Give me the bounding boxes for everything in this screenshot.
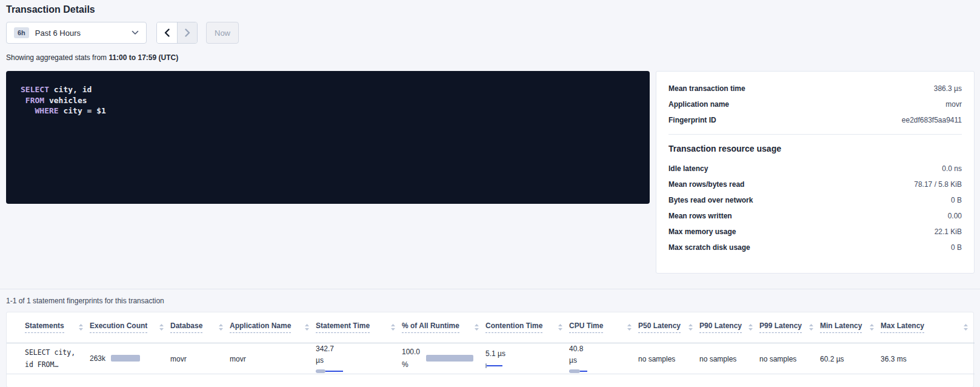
sort-icon[interactable] — [390, 323, 396, 331]
detail-label: Application name — [668, 100, 729, 109]
transaction-details-page: Transaction Details 6h Past 6 Hours — [0, 0, 980, 387]
column-header-statements[interactable]: Statements — [25, 321, 64, 333]
column-header-max-latency[interactable]: Max Latency — [881, 321, 924, 333]
statements-table-card: Statements Execution Count Database Appl… — [6, 312, 974, 387]
cpu-time-cell: 40.8 µs — [569, 343, 632, 374]
detail-value: movr — [945, 100, 962, 109]
detail-value: 386.3 µs — [934, 84, 962, 93]
sort-icon[interactable] — [748, 323, 753, 331]
detail-label: Mean transaction time — [668, 84, 745, 93]
column-header-database[interactable]: Database — [170, 321, 202, 333]
column-header-pct-of-all-runtime[interactable]: % of All Runtime — [402, 321, 459, 333]
detail-label: Bytes read over network — [668, 196, 753, 204]
now-button[interactable]: Now — [206, 22, 239, 44]
page-header: Transaction Details 6h Past 6 Hours — [0, 0, 980, 62]
sort-icon[interactable] — [474, 323, 479, 331]
next-time-button[interactable] — [177, 22, 197, 43]
detail-label: Mean rows/bytes read — [668, 180, 744, 189]
column-header-execution-count[interactable]: Execution Count — [90, 321, 147, 333]
detail-value: 22.1 KiB — [935, 227, 962, 236]
panel-divider — [668, 134, 962, 135]
statement-link[interactable]: SELECT city, id FROM… — [25, 346, 84, 371]
sort-icon[interactable] — [963, 323, 968, 331]
column-header-contention-time[interactable]: Contention Time — [485, 321, 542, 333]
max-latency-cell: 36.3 ms — [881, 355, 907, 363]
sort-icon[interactable] — [558, 323, 563, 331]
sort-icon[interactable] — [627, 323, 632, 331]
sort-icon[interactable] — [218, 323, 224, 331]
detail-label: Max memory usage — [668, 227, 736, 236]
resource-usage-title: Transaction resource usage — [668, 144, 962, 153]
transaction-details-panel: Mean transaction time 386.3 µs Applicati… — [656, 71, 975, 274]
sql-line-2: FROM vehicles — [21, 96, 87, 105]
application-name-cell: movr — [230, 355, 246, 363]
contention-time-cell: 5.1 µs — [485, 348, 563, 368]
detail-row-max-memory-usage: Max memory usage 22.1 KiB — [668, 224, 962, 240]
column-header-statement-time[interactable]: Statement Time — [316, 321, 370, 333]
time-range-label: Past 6 Hours — [35, 29, 132, 38]
statements-table: Statements Execution Count Database Appl… — [7, 312, 975, 374]
detail-label: Idle latency — [668, 164, 708, 173]
main-content: SELECT city, id FROM vehicles WHERE city… — [0, 71, 980, 274]
sort-icon[interactable] — [808, 323, 814, 331]
database-cell: movr — [170, 355, 187, 363]
detail-row-max-scratch-disk-usage: Max scratch disk usage 0 B — [668, 240, 962, 255]
statements-section: 1-1 of 1 statement fingerprints for this… — [0, 289, 980, 387]
detail-row-fingerprint-id: Fingerprint ID ee2df683f5aa9411 — [668, 112, 962, 128]
column-header-p50-latency[interactable]: P50 Latency — [638, 321, 681, 333]
detail-row-mean-rows-written: Mean rows written 0.00 — [668, 208, 962, 224]
mean-bar — [569, 369, 580, 373]
sort-icon[interactable] — [159, 323, 164, 331]
sort-icon[interactable] — [869, 323, 875, 331]
pct-value: 100.0 — [402, 346, 420, 358]
detail-label: Max scratch disk usage — [668, 243, 750, 252]
min-latency-cell: 60.2 µs — [820, 355, 844, 363]
sort-icon[interactable] — [304, 323, 310, 331]
p50-latency-cell: no samples — [638, 355, 675, 363]
detail-label: Fingerprint ID — [668, 116, 716, 124]
execution-count-value: 263k — [90, 354, 105, 363]
statement-time-unit: µs — [316, 355, 396, 367]
statement-row: SELECT city, id FROM… 263k movr movr — [7, 343, 975, 374]
sql-keyword: SELECT — [21, 85, 49, 94]
p99-latency-cell: no samples — [759, 355, 796, 363]
chevron-right-icon — [185, 29, 190, 37]
sql-statement-box: SELECT city, id FROM vehicles WHERE city… — [6, 71, 650, 204]
prev-time-button[interactable] — [157, 22, 177, 43]
statement-time-bar-chart — [316, 369, 352, 374]
pct-runtime-bar — [426, 355, 473, 362]
detail-row-mean-rows-bytes-read: Mean rows/bytes read 78.17 / 5.8 KiB — [668, 177, 962, 192]
chevron-down-icon — [132, 30, 139, 35]
cpu-time-unit: µs — [569, 355, 632, 367]
column-header-cpu-time[interactable]: CPU Time — [569, 321, 603, 333]
column-header-min-latency[interactable]: Min Latency — [820, 321, 862, 333]
execution-count-cell: 263k — [90, 354, 164, 363]
column-header-application-name[interactable]: Application Name — [230, 321, 291, 333]
sql-line-1: SELECT city, id — [21, 85, 92, 94]
pct-unit: % — [402, 358, 420, 371]
sort-icon[interactable] — [688, 323, 693, 331]
cpu-time-value: 40.8 — [569, 343, 632, 355]
time-range-dropdown[interactable]: 6h Past 6 Hours — [6, 22, 147, 44]
statement-line-2: id FROM… — [25, 358, 84, 371]
column-header-p99-latency[interactable]: P99 Latency — [759, 321, 802, 333]
detail-row-idle-latency: Idle latency 0.0 ns — [668, 161, 962, 177]
detail-value: 0.0 ns — [942, 164, 962, 173]
table-header-row: Statements Execution Count Database Appl… — [7, 312, 975, 343]
sql-keyword: WHERE — [35, 106, 58, 115]
sql-line-3: WHERE city = $1 — [21, 106, 106, 115]
detail-value: ee2df683f5aa9411 — [902, 116, 962, 124]
statement-time-value: 342.7 — [316, 343, 396, 355]
detail-value: 0.00 — [948, 212, 962, 220]
sql-keyword: FROM — [25, 96, 44, 105]
detail-value: 0 B — [951, 243, 962, 252]
column-header-p90-latency[interactable]: P90 Latency — [699, 321, 742, 333]
p90-latency-cell: no samples — [699, 355, 736, 363]
time-step-buttons — [156, 22, 198, 44]
detail-value: 0 B — [951, 196, 962, 204]
statement-line-1: SELECT city, — [25, 346, 84, 358]
sort-icon[interactable] — [78, 323, 84, 331]
aggregated-stats-summary: Showing aggregated stats from 11:00 to 1… — [6, 53, 974, 62]
chevron-left-icon — [164, 29, 170, 37]
time-range-badge: 6h — [14, 27, 29, 38]
